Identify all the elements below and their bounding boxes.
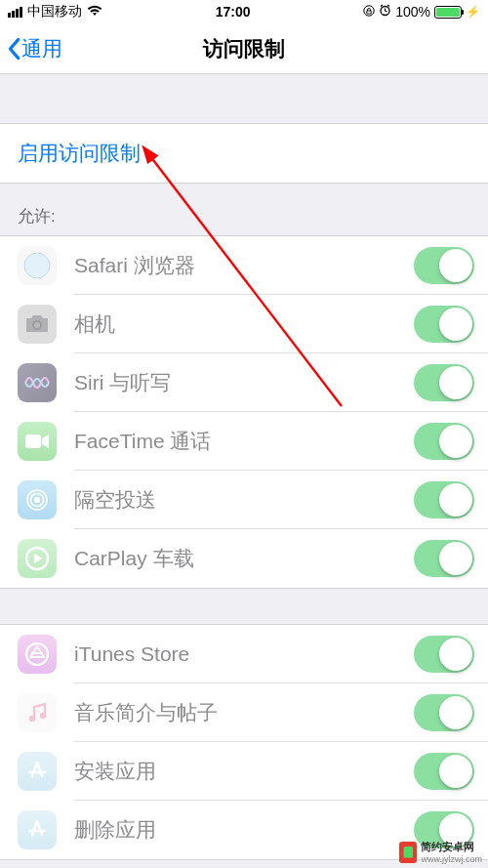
row-install[interactable]: 安装应用 bbox=[0, 742, 488, 801]
svg-rect-7 bbox=[25, 434, 41, 448]
row-itunes[interactable]: iTunes Store bbox=[0, 625, 488, 683]
row-label: 音乐简介与帖子 bbox=[74, 699, 414, 726]
lock-icon bbox=[363, 4, 375, 20]
status-left: 中国移动 bbox=[8, 3, 102, 21]
row-label: 删除应用 bbox=[74, 816, 414, 844]
toggle-switch[interactable] bbox=[414, 247, 474, 284]
toggle-switch[interactable] bbox=[414, 423, 474, 460]
watermark: 简约安卓网 www.jylzwj.com bbox=[399, 840, 482, 864]
camera-icon bbox=[18, 305, 57, 344]
row-label: Siri 与听写 bbox=[74, 369, 414, 396]
row-safari[interactable]: Safari 浏览器 bbox=[0, 236, 488, 295]
row-label: Safari 浏览器 bbox=[74, 252, 414, 279]
battery-icon bbox=[434, 6, 462, 19]
row-facetime[interactable]: FaceTime 通话 bbox=[0, 412, 488, 471]
airdrop-icon bbox=[18, 480, 57, 519]
chevron-left-icon bbox=[6, 37, 21, 61]
row-label: 安装应用 bbox=[74, 758, 414, 785]
allow-group: Safari 浏览器 相机 Siri 与听写 FaceTime 通话 bbox=[0, 235, 488, 589]
alarm-icon bbox=[379, 4, 391, 20]
enable-restrictions-label: 启用访问限制 bbox=[18, 140, 141, 167]
row-label: 相机 bbox=[74, 310, 414, 338]
row-label: iTunes Store bbox=[74, 642, 414, 666]
row-label: FaceTime 通话 bbox=[74, 428, 414, 455]
signal-icon bbox=[8, 7, 22, 18]
status-time: 17:00 bbox=[216, 4, 251, 20]
status-right: 100% ⚡ bbox=[363, 4, 480, 20]
watermark-url: www.jylzwj.com bbox=[421, 854, 482, 864]
toggle-switch[interactable] bbox=[414, 694, 474, 731]
facetime-icon bbox=[18, 422, 57, 461]
row-label: 隔空投送 bbox=[74, 486, 414, 514]
svg-marker-12 bbox=[34, 554, 43, 563]
back-button[interactable]: 通用 bbox=[6, 35, 62, 62]
charging-icon: ⚡ bbox=[466, 5, 480, 19]
watermark-logo-icon bbox=[399, 842, 417, 863]
svg-point-2 bbox=[24, 253, 50, 278]
svg-point-15 bbox=[29, 716, 35, 722]
content: 启用访问限制 允许: Safari 浏览器 相机 Siri 与听写 bbox=[0, 74, 488, 868]
toggle-switch[interactable] bbox=[414, 753, 474, 790]
music-icon bbox=[18, 693, 57, 732]
battery-percent: 100% bbox=[395, 4, 430, 20]
row-camera[interactable]: 相机 bbox=[0, 295, 488, 353]
itunes-icon bbox=[18, 635, 57, 674]
carplay-icon bbox=[18, 539, 57, 578]
row-airdrop[interactable]: 隔空投送 bbox=[0, 471, 488, 529]
svg-marker-14 bbox=[30, 646, 44, 657]
nav-bar: 通用 访问限制 bbox=[0, 23, 488, 74]
wifi-icon bbox=[87, 4, 102, 20]
siri-icon bbox=[18, 363, 57, 402]
toggle-switch[interactable] bbox=[414, 636, 474, 673]
appstore-icon bbox=[18, 810, 57, 849]
toggle-switch[interactable] bbox=[414, 364, 474, 401]
toggle-switch[interactable] bbox=[414, 540, 474, 577]
back-label: 通用 bbox=[21, 35, 62, 62]
page-title: 访问限制 bbox=[0, 35, 488, 62]
appstore-icon bbox=[18, 752, 57, 791]
store-group: iTunes Store 音乐简介与帖子 安装应用 删除应用 bbox=[0, 624, 488, 860]
row-music[interactable]: 音乐简介与帖子 bbox=[0, 683, 488, 742]
enable-restrictions-button[interactable]: 启用访问限制 bbox=[0, 124, 488, 183]
allow-section-header: 允许: bbox=[0, 184, 488, 235]
watermark-title: 简约安卓网 bbox=[421, 840, 482, 854]
row-carplay[interactable]: CarPlay 车载 bbox=[0, 529, 488, 588]
svg-point-8 bbox=[34, 497, 40, 503]
toggle-switch[interactable] bbox=[414, 481, 474, 518]
row-label: CarPlay 车载 bbox=[74, 545, 414, 572]
enable-group: 启用访问限制 bbox=[0, 123, 488, 184]
carrier-label: 中国移动 bbox=[27, 3, 82, 21]
toggle-switch[interactable] bbox=[414, 306, 474, 343]
svg-point-16 bbox=[40, 713, 46, 719]
row-siri[interactable]: Siri 与听写 bbox=[0, 353, 488, 412]
status-bar: 中国移动 17:00 100% ⚡ bbox=[0, 0, 488, 23]
svg-point-6 bbox=[34, 322, 40, 328]
safari-icon bbox=[18, 246, 57, 285]
